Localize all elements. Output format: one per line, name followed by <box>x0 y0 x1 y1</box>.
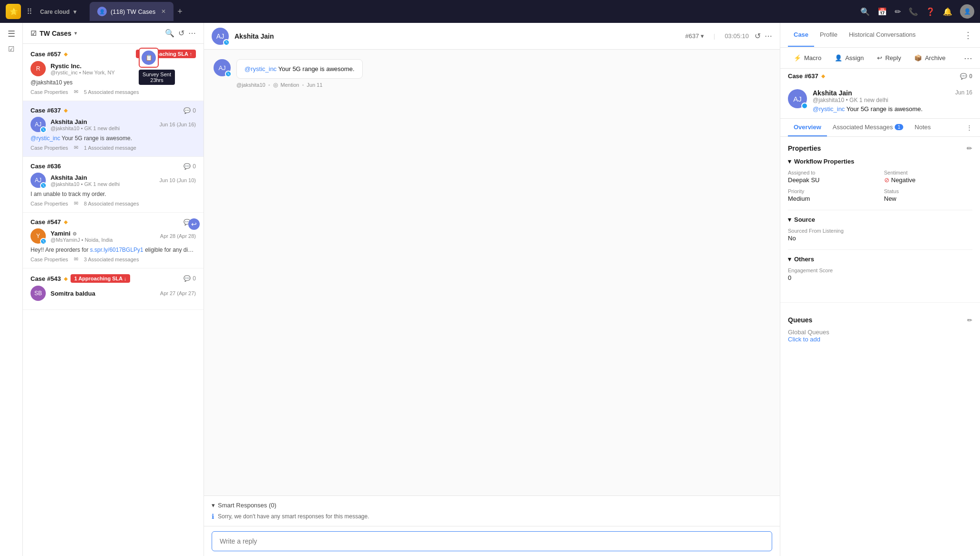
menu-icon[interactable]: ☰ <box>8 29 15 39</box>
case-item-header: Case #547 ◆ 💬 0 <box>31 218 196 226</box>
case-item-header: Case #637 ◆ 💬 0 <box>31 107 196 114</box>
status-prop: Status New <box>884 188 973 202</box>
conv-user-info: Akshita Jain <box>235 32 679 40</box>
tab-historical-conversations[interactable]: Historical Conversations <box>843 23 921 47</box>
phone-icon[interactable]: 📞 <box>909 7 918 16</box>
global-queues-add-link[interactable]: Click to add <box>788 336 972 343</box>
cases-header: ☑ TW Cases ▾ 🔍 ↺ ⋯ <box>23 23 204 44</box>
properties-header: Properties ✏ <box>788 144 972 152</box>
help-icon[interactable]: ❓ <box>926 7 935 16</box>
case-message-link[interactable]: s.spr.ly/6017BGLPy1 <box>90 247 143 253</box>
tab-close-icon[interactable]: ✕ <box>161 8 166 15</box>
twitter-badge-icon: 𝕏 <box>40 182 47 189</box>
right-panel-tabs: Case Profile Historical Conversations ⋮ <box>780 23 980 48</box>
assign-button[interactable]: 👤 Assign <box>829 51 869 64</box>
right-mention-link[interactable]: @rystic_inc <box>813 105 845 113</box>
sourced-from-value: No <box>788 235 972 242</box>
right-case-gold-icon: ◆ <box>821 73 825 79</box>
workflow-props-grid: Assigned to Deepak SU Sentiment ⊘ Negati… <box>788 170 972 202</box>
checkbox-icon[interactable]: ☑ <box>8 45 14 53</box>
list-item[interactable]: Case #657 ◆ 3 Approaching SLA ↑ R Rystic… <box>23 44 204 101</box>
survey-sent-tooltip: Survey Sent 23hrs <box>139 70 175 85</box>
list-item[interactable]: Case #637 ◆ 💬 0 AJ 𝕏 Akshita Jain <box>23 101 204 157</box>
overview-tab-associated[interactable]: Associated Messages 1 <box>827 119 909 136</box>
overview-tab-notes[interactable]: Notes <box>909 119 937 136</box>
others-header[interactable]: ▾ Others <box>788 256 972 263</box>
workflow-properties-header[interactable]: ▾ Workflow Properties <box>788 158 972 165</box>
case-msg-count: 💬 0 <box>184 163 196 170</box>
case-user-info: Akshita Jain @jakshita10 • GK 1 new delh… <box>51 118 155 131</box>
right-tabs-more-icon[interactable]: ⋮ <box>964 30 972 41</box>
mention-link[interactable]: @rystic_inc <box>31 135 60 142</box>
user-handle: @jakshita10 • GK 1 new delhi <box>51 125 155 131</box>
reply-button[interactable]: ↩ Reply <box>871 51 907 64</box>
user-avatar[interactable]: 👤 <box>960 4 974 19</box>
brand-label: Care cloud <box>40 9 70 15</box>
archive-icon: 📦 <box>914 54 922 62</box>
case-props-label: Case Properties <box>31 89 68 95</box>
more-options-icon[interactable]: ⋯ <box>765 31 772 41</box>
list-item[interactable]: Case #543 ◆ 1 Approaching SLA ↓ 💬 0 SB S… <box>23 268 204 310</box>
conv-header: AJ 𝕏 Akshita Jain #637 ▾ | 03:05:10 ↺ ⋯ <box>204 23 780 50</box>
refresh-icon[interactable]: ↺ <box>755 31 761 41</box>
calendar-icon[interactable]: 📅 <box>878 7 887 16</box>
case-envelope-icon: ✉ <box>74 89 78 95</box>
cases-more-icon[interactable]: ⋯ <box>188 29 196 38</box>
cases-panel: ☑ TW Cases ▾ 🔍 ↺ ⋯ Case #657 ◆ 3 Approac… <box>23 23 204 556</box>
priority-value: Medium <box>788 195 877 202</box>
cases-refresh-icon[interactable]: ↺ <box>178 29 184 38</box>
msg-icon: 💬 <box>184 275 191 282</box>
apps-grid-icon[interactable]: ⠿ <box>27 7 32 16</box>
sla-badge: 1 Approaching SLA ↓ <box>71 274 131 283</box>
cases-search-icon[interactable]: 🔍 <box>165 29 174 38</box>
case-user-row: SB Somitra baldua Apr 27 (Apr 27) <box>31 286 196 301</box>
sourced-from-prop: Sourced From Listening No <box>788 228 972 242</box>
tab-case[interactable]: Case <box>788 23 814 47</box>
case-avatar: AJ 𝕏 <box>31 117 46 132</box>
smart-responses-header[interactable]: ▾ Smart Responses (0) <box>212 502 772 509</box>
conv-case-id[interactable]: #637 ▾ <box>685 32 704 40</box>
case-date: Apr 27 (Apr 27) <box>160 290 196 296</box>
conv-timer: 03:05:10 <box>725 32 749 40</box>
brand-selector[interactable]: Care cloud ▾ <box>38 8 76 15</box>
case-associated: 1 Associated message <box>84 145 136 151</box>
overview-tab-overview[interactable]: Overview <box>788 119 827 136</box>
case-gold-dot-icon: ◆ <box>64 108 68 113</box>
engagement-value: 0 <box>788 274 972 281</box>
mention-link[interactable]: @rystic_inc <box>245 65 276 72</box>
actions-more-icon[interactable]: ⋯ <box>964 53 972 63</box>
edit-icon[interactable]: ✏ <box>895 7 901 16</box>
case-user-row: AJ 𝕏 Akshita Jain @jakshita10 • GK 1 new… <box>31 173 196 188</box>
msg-avatar-initials: AJ <box>218 64 225 72</box>
case-id: Case #657 ◆ <box>31 51 68 58</box>
sentiment-label: Sentiment <box>884 170 973 175</box>
app-logo[interactable]: 🌟 <box>6 4 21 19</box>
case-footer: Case Properties ✉ 3 Associated messages <box>31 256 196 262</box>
macro-button[interactable]: ⚡ Macro <box>788 51 827 64</box>
overview-tabs-more-icon[interactable]: ⋮ <box>966 124 972 131</box>
case-user-row: AJ 𝕏 Akshita Jain @jakshita10 • GK 1 new… <box>31 117 196 132</box>
archive-button[interactable]: 📦 Archive <box>909 51 951 64</box>
properties-edit-icon[interactable]: ✏ <box>967 144 972 152</box>
cases-title-caret-icon[interactable]: ▾ <box>74 31 77 36</box>
tab-tw-cases[interactable]: 👤 (118) TW Cases ✕ <box>90 2 174 21</box>
tab-profile[interactable]: Profile <box>814 23 843 47</box>
source-header[interactable]: ▾ Source <box>788 216 972 223</box>
case-associated: 8 Associated messages <box>84 201 139 206</box>
case-avatar: Y 𝕏 <box>31 228 46 244</box>
reply-input[interactable] <box>212 531 772 551</box>
avatar-initials: AJ <box>35 177 41 184</box>
list-item[interactable]: Case #636 💬 0 AJ 𝕏 Akshita Jain @jakshit… <box>23 157 204 213</box>
sentiment-dot-icon: ⊘ <box>884 176 889 184</box>
case-envelope-icon: ✉ <box>74 200 78 206</box>
twitter-badge-icon: 𝕏 <box>223 39 230 46</box>
bell-icon[interactable]: 🔔 <box>943 7 952 16</box>
queues-edit-icon[interactable]: ✏ <box>967 317 972 324</box>
case-associated: 5 Associated messages <box>84 89 139 95</box>
right-avatar-initials: AJ <box>793 95 802 103</box>
add-tab-button[interactable]: + <box>174 5 186 19</box>
search-icon[interactable]: 🔍 <box>860 7 870 16</box>
case-footer: Case Properties ✉ 1 Associated message <box>31 144 196 151</box>
list-item[interactable]: Case #547 ◆ 💬 0 ↩ Y 𝕏 <box>23 213 204 268</box>
sentiment-prop: Sentiment ⊘ Negative <box>884 170 973 184</box>
